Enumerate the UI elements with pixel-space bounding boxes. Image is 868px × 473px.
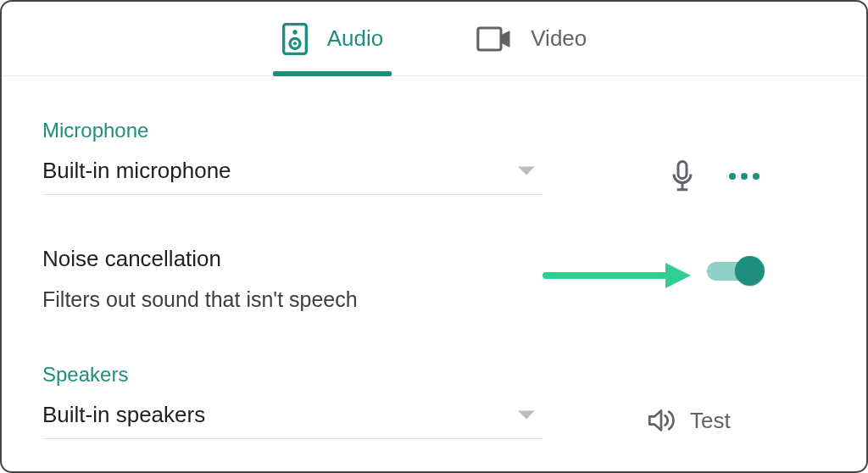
pointer-arrow xyxy=(542,261,693,290)
more-menu-icon[interactable] xyxy=(729,173,760,180)
microphone-selected-value: Built-in microphone xyxy=(42,158,231,184)
video-camera-icon xyxy=(476,26,512,52)
microphone-select[interactable]: Built-in microphone xyxy=(42,158,542,195)
audio-settings-panel: Audio Video Microphone Built-in micropho… xyxy=(0,0,868,473)
chevron-down-icon xyxy=(517,410,536,420)
tabs: Audio Video xyxy=(2,2,866,76)
microphone-icon[interactable] xyxy=(670,160,695,192)
svg-point-3 xyxy=(293,42,297,45)
speakers-section: Speakers Built-in speakers xyxy=(42,363,826,439)
speakers-selected-value: Built-in speakers xyxy=(42,402,205,428)
toggle-knob xyxy=(735,256,765,286)
speaker-box-icon xyxy=(281,23,309,55)
content: Microphone Built-in microphone xyxy=(2,76,866,439)
svg-rect-5 xyxy=(678,162,687,179)
test-label: Test xyxy=(690,408,731,434)
microphone-section: Microphone Built-in microphone xyxy=(42,119,826,195)
speakers-label: Speakers xyxy=(42,363,826,387)
svg-point-1 xyxy=(292,30,297,34)
noise-cancellation-toggle[interactable] xyxy=(707,256,765,286)
tab-audio-label: Audio xyxy=(327,25,384,52)
noise-cancellation-section: Noise cancellation Filters out sound tha… xyxy=(42,246,826,312)
test-speakers-button[interactable]: Test xyxy=(648,408,731,434)
tab-video[interactable]: Video xyxy=(476,2,587,75)
microphone-label: Microphone xyxy=(42,119,826,142)
svg-rect-4 xyxy=(478,28,501,50)
noise-cancellation-description: Filters out sound that isn't speech xyxy=(42,287,826,312)
tab-audio[interactable]: Audio xyxy=(281,2,384,75)
speakers-select[interactable]: Built-in speakers xyxy=(42,402,542,439)
speaker-sound-icon xyxy=(648,408,675,433)
chevron-down-icon xyxy=(517,166,536,176)
tab-video-label: Video xyxy=(531,25,587,52)
